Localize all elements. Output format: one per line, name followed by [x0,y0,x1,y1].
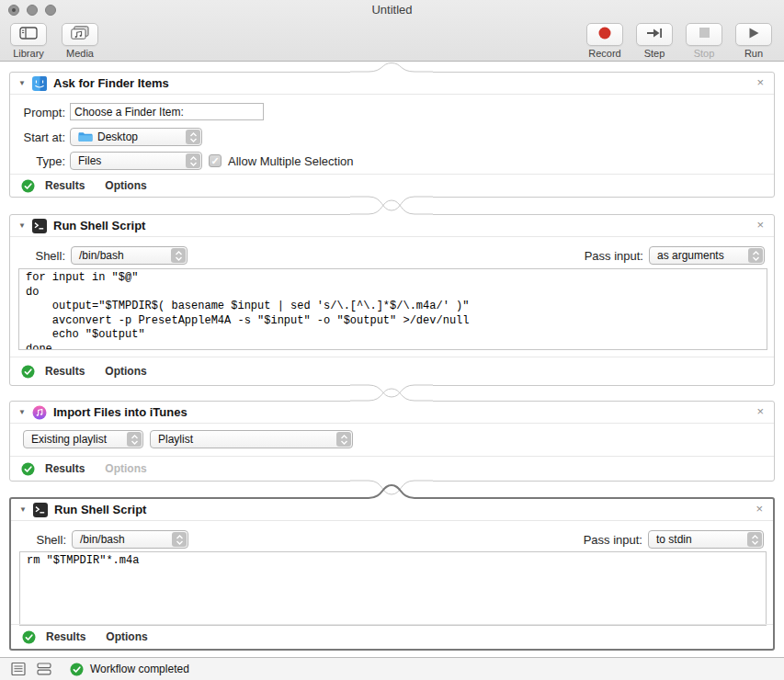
playlist-mode-value: Existing playlist [31,433,107,446]
chevron-up-down-icon [186,130,200,144]
start-at-popup[interactable]: Desktop [70,128,202,146]
action-title: Run Shell Script [53,219,145,232]
chevron-up-down-icon [171,248,186,263]
shell-label: Shell: [11,533,66,547]
remove-action-button[interactable]: × [756,218,764,232]
disclosure-triangle[interactable]: ▼ [18,79,30,87]
stop-button: Stop [683,23,725,59]
pass-input-label: Pass input: [584,533,642,547]
chevron-up-down-icon [336,432,351,447]
action-ask-for-finder-items[interactable]: ▼ Ask for Finder Items × Prompt: Start a… [9,72,775,198]
folder-icon [78,131,93,142]
prompt-input[interactable] [70,103,264,120]
shell-popup[interactable]: /bin/bash [72,530,188,549]
shell-value: /bin/bash [80,533,125,546]
workflow-canvas: ▼ Ask for Finder Items × Prompt: Start a… [0,62,784,657]
allow-multiple-selection-checkbox[interactable]: ✓ [209,154,222,167]
record-button[interactable]: Record [584,23,626,59]
itunes-icon [32,405,47,420]
media-icon [71,26,89,44]
shell-value: /bin/bash [79,249,124,262]
terminal-icon [33,503,48,517]
library-button[interactable]: Library [7,23,50,59]
chevron-up-down-icon [748,248,763,263]
pass-input-label: Pass input: [585,249,643,263]
options-button[interactable]: Options [105,365,146,378]
library-icon [19,26,38,44]
shell-script-editor[interactable]: for input in "$@" do output="$TMPDIR$( b… [18,268,767,350]
action-title: Ask for Finder Items [53,76,169,90]
options-button[interactable]: Options [105,179,146,192]
results-button[interactable]: Results [45,365,85,378]
action-footer: Results Options [10,456,774,481]
action-header: ▼ Run Shell Script × [10,215,774,237]
type-value: Files [78,154,101,167]
results-status-icon [21,365,35,379]
action-title: Run Shell Script [54,503,146,516]
remove-action-button[interactable]: × [756,404,764,419]
chevron-up-down-icon [186,153,200,168]
action-footer: Results Options [10,357,774,385]
status-bar: Workflow completed [0,657,784,680]
options-button[interactable]: Options [106,630,147,643]
results-button[interactable]: Results [45,462,85,475]
log-view-button[interactable] [11,662,27,676]
media-button[interactable]: Media [59,23,101,59]
connector-3-4 [350,478,433,501]
options-button: Options [105,462,146,475]
shell-label: Shell: [10,249,65,263]
connector-1-2 [350,194,433,216]
playlist-popup[interactable]: Playlist [150,430,353,448]
type-popup[interactable]: Files [70,152,202,170]
action-header: ▼ Import Files into iTunes × [10,402,774,424]
action-title: Import Files into iTunes [53,405,187,419]
action-run-shell-script-1[interactable]: ▼ Run Shell Script × Shell: /bin/bash Pa… [9,214,775,386]
start-at-value: Desktop [97,130,138,143]
action-header: ▼ Ask for Finder Items × [10,73,774,95]
terminal-icon [32,219,47,233]
window-title: Untitled [0,3,784,17]
run-icon [746,27,761,43]
results-button[interactable]: Results [46,630,85,643]
remove-action-button[interactable]: × [756,502,763,516]
step-icon [646,27,664,43]
finder-icon [32,76,47,91]
connector-2-3 [350,382,433,403]
allow-multiple-selection-label: Allow Multiple Selection [228,154,354,168]
workflow-status-message: Workflow completed [90,663,189,675]
results-button[interactable]: Results [45,179,85,192]
pass-input-value: to stdin [656,533,692,546]
results-status-icon [21,179,35,193]
playlist-value: Playlist [158,433,193,446]
disclosure-triangle[interactable]: ▼ [18,221,30,230]
shell-script-editor[interactable]: rm "$TMPDIR"*.m4a [19,551,767,626]
results-status-icon [21,462,35,476]
pass-input-popup[interactable]: as arguments [649,246,765,265]
record-icon [597,26,612,44]
type-label: Type: [10,154,65,168]
disclosure-triangle[interactable]: ▼ [19,505,31,514]
run-button[interactable]: Run [733,23,775,59]
step-button[interactable]: Step [633,23,676,59]
shell-popup[interactable]: /bin/bash [71,246,187,265]
action-run-shell-script-2[interactable]: ▼ Run Shell Script × Shell: /bin/bash Pa… [9,497,775,651]
chevron-up-down-icon [172,532,187,547]
disclosure-triangle[interactable]: ▼ [18,408,30,416]
chevron-up-down-icon [127,432,142,447]
action-footer: Results Options [11,624,773,649]
action-import-files-into-itunes[interactable]: ▼ Import Files into iTunes × Existing pl… [9,401,775,482]
results-status-icon [22,630,36,644]
action-header: ▼ Run Shell Script × [11,499,773,521]
pass-input-popup[interactable]: to stdin [648,530,764,549]
playlist-mode-popup[interactable]: Existing playlist [23,430,143,448]
remove-action-button[interactable]: × [756,75,764,90]
start-at-label: Start at: [10,130,65,144]
workflow-status-icon [70,663,84,676]
pass-input-value: as arguments [657,249,724,262]
chevron-up-down-icon [747,532,762,547]
stop-icon [698,26,711,43]
prompt-label: Prompt: [10,106,65,119]
window-chrome: Untitled Library Media [0,0,784,62]
workflow-view-button[interactable] [37,662,52,676]
connector-socket-top [350,62,433,74]
